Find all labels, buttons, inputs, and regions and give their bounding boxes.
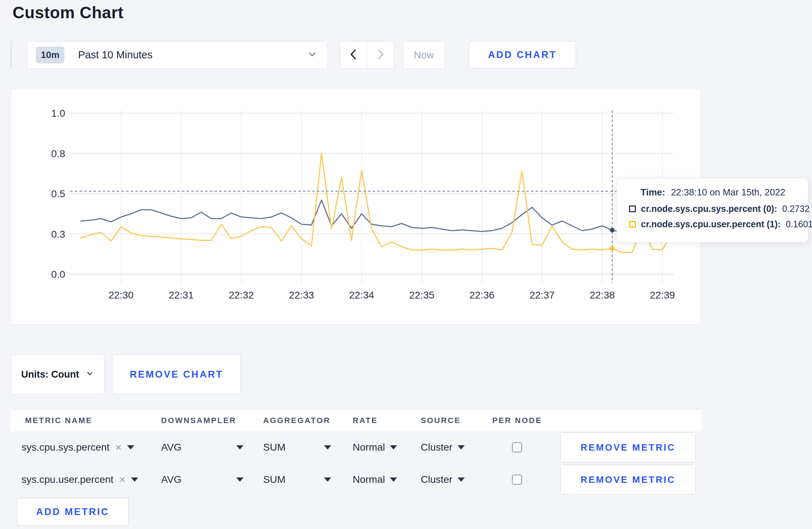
svg-text:22:31: 22:31 (169, 290, 194, 301)
per-node-checkbox[interactable] (512, 475, 522, 485)
user-series-swatch-icon (629, 221, 636, 228)
now-button[interactable]: Now (403, 41, 445, 69)
svg-text:22:38: 22:38 (590, 290, 615, 301)
toolbar: 10m Past 10 Minutes Now ADD CHART (11, 41, 576, 69)
tooltip-series-label: cr.node.sys.cpu.user.percent (1): (641, 219, 780, 229)
aggregator-value: SUM (263, 474, 285, 485)
rate-value: Normal (353, 442, 385, 453)
tooltip-series-row: cr.node.sys.cpu.user.percent (1): 0.1601 (629, 219, 797, 229)
svg-text:1.0: 1.0 (51, 108, 65, 119)
svg-text:22:36: 22:36 (469, 290, 494, 301)
chevron-down-icon (86, 369, 94, 379)
source-value: Cluster (421, 442, 453, 453)
aggregator-value: SUM (263, 442, 285, 453)
svg-text:0.0: 0.0 (51, 269, 65, 280)
metric-name-select[interactable]: sys.cpu.sys.percent × (11, 442, 161, 453)
metric-name-value: sys.cpu.sys.percent (21, 442, 110, 453)
metrics-table: METRIC NAME DOWNSAMPLER AGGREGATOR RATE … (11, 410, 702, 526)
next-range-button[interactable] (367, 41, 394, 69)
dropdown-caret-icon (390, 445, 397, 450)
clear-metric-icon[interactable]: × (115, 442, 122, 453)
custom-chart-page: Custom Chart 10m Past 10 Minutes Now (0, 0, 812, 529)
chart-hover-tooltip: Time:22:38:10 on Mar 15th, 2022 cr.node.… (617, 178, 808, 243)
svg-text:22:39: 22:39 (650, 290, 675, 301)
sys-series-swatch-icon (629, 205, 636, 212)
remove-chart-button[interactable]: REMOVE CHART (112, 354, 241, 394)
dropdown-caret-icon (458, 445, 465, 450)
rate-select[interactable]: Normal (353, 474, 421, 485)
remove-metric-button[interactable]: REMOVE METRIC (560, 465, 696, 495)
time-range-label: Past 10 Minutes (78, 49, 307, 61)
previous-range-button[interactable] (340, 41, 367, 69)
source-select[interactable]: Cluster (421, 442, 492, 453)
downsampler-select[interactable]: AVG (161, 474, 243, 485)
rate-value: Normal (353, 474, 385, 485)
dropdown-caret-icon (324, 445, 331, 450)
tooltip-time-label: Time: (641, 187, 665, 198)
column-header-metric-name: METRIC NAME (11, 416, 161, 425)
aggregator-select[interactable]: SUM (263, 442, 331, 453)
dropdown-caret-icon (236, 445, 243, 450)
metric-row: sys.cpu.user.percent × AVG SUM Normal Cl… (11, 464, 702, 496)
time-range-badge: 10m (36, 47, 64, 63)
timeseries-chart[interactable]: 1.00.80.50.30.022:3022:3122:3222:3322:34… (11, 89, 701, 325)
clear-metric-icon[interactable]: × (119, 474, 126, 485)
remove-metric-button[interactable]: REMOVE METRIC (560, 432, 696, 462)
aggregator-select[interactable]: SUM (263, 474, 331, 485)
dropdown-caret-icon (458, 477, 465, 482)
toolbar-divider (11, 41, 11, 69)
metric-name-select[interactable]: sys.cpu.user.percent × (11, 474, 161, 485)
source-value: Cluster (421, 474, 453, 485)
column-header-aggregator: AGGREGATOR (263, 416, 353, 425)
add-metric-button[interactable]: ADD METRIC (17, 498, 129, 526)
svg-text:22:33: 22:33 (289, 290, 314, 301)
dropdown-caret-icon (324, 477, 331, 482)
units-select[interactable]: Units: Count (11, 354, 105, 394)
time-range-select[interactable]: 10m Past 10 Minutes (27, 41, 328, 69)
tooltip-series-value: 0.2732 (782, 204, 809, 214)
metric-row: sys.cpu.sys.percent × AVG SUM Normal Clu… (11, 431, 702, 464)
tooltip-time-row: Time:22:38:10 on Mar 15th, 2022 (641, 187, 797, 198)
rate-select[interactable]: Normal (353, 442, 421, 453)
per-node-checkbox[interactable] (512, 442, 522, 452)
column-header-downsampler: DOWNSAMPLER (161, 416, 263, 425)
svg-text:22:37: 22:37 (530, 290, 555, 301)
column-header-rate: RATE (353, 416, 421, 425)
units-select-label: Units: Count (21, 369, 79, 380)
tooltip-time-value: 22:38:10 on Mar 15th, 2022 (671, 187, 785, 198)
tooltip-series-value: 0.1601 (786, 219, 812, 229)
chart-card: 1.00.80.50.30.022:3022:3122:3222:3322:34… (11, 88, 701, 325)
svg-text:0.5: 0.5 (51, 188, 65, 199)
svg-text:22:34: 22:34 (349, 290, 374, 301)
chevron-left-icon (348, 48, 359, 62)
svg-text:22:30: 22:30 (108, 290, 134, 301)
tooltip-series-row: cr.node.sys.cpu.sys.percent (0): 0.2732 (629, 204, 797, 214)
chevron-down-icon (307, 49, 317, 61)
metric-name-value: sys.cpu.user.percent (21, 474, 113, 485)
metrics-table-header: METRIC NAME DOWNSAMPLER AGGREGATOR RATE … (11, 410, 702, 431)
downsampler-select[interactable]: AVG (161, 442, 243, 453)
time-step-buttons (340, 41, 394, 69)
svg-text:0.3: 0.3 (51, 229, 65, 240)
add-chart-button[interactable]: ADD CHART (469, 41, 576, 69)
downsampler-value: AVG (161, 442, 182, 453)
tooltip-series-label: cr.node.sys.cpu.sys.percent (0): (641, 204, 777, 214)
chevron-right-icon (375, 48, 386, 62)
source-select[interactable]: Cluster (421, 474, 492, 485)
column-header-per-node: PER NODE (492, 416, 560, 425)
column-header-source: SOURCE (421, 416, 492, 425)
downsampler-value: AVG (161, 474, 182, 485)
dropdown-caret-icon (236, 477, 243, 482)
dropdown-caret-icon (127, 445, 134, 450)
dropdown-caret-icon (390, 477, 397, 482)
svg-text:22:35: 22:35 (409, 290, 434, 301)
page-title: Custom Chart (13, 3, 124, 22)
svg-text:0.8: 0.8 (51, 148, 65, 159)
svg-text:22:32: 22:32 (229, 290, 254, 301)
dropdown-caret-icon (131, 477, 138, 482)
chart-controls-row: Units: Count REMOVE CHART (11, 354, 241, 394)
